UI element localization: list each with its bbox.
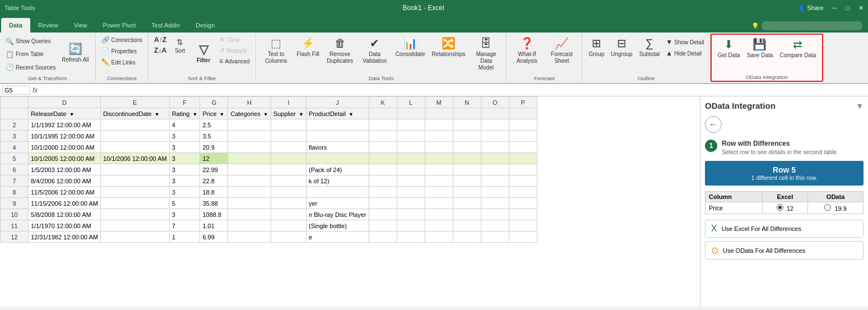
- cell-m-8[interactable]: [425, 198, 453, 209]
- filter-j[interactable]: ProductDetail ▼: [306, 108, 369, 119]
- cell-i-1[interactable]: [271, 119, 306, 131]
- properties-btn[interactable]: 📄 Properties: [99, 46, 145, 56]
- col-header-m[interactable]: M: [425, 97, 453, 108]
- restore-btn[interactable]: □: [846, 4, 850, 11]
- cell-p-2[interactable]: [509, 131, 537, 142]
- cell-i-4[interactable]: [271, 153, 306, 164]
- cell-n-11[interactable]: [453, 232, 481, 243]
- group-btn[interactable]: ⊞ Group: [586, 35, 607, 59]
- consolidate-btn[interactable]: 📊 Consolidate: [393, 35, 428, 59]
- cell-d-6[interactable]: 8/4/2006 12:00:00 AM: [29, 175, 101, 187]
- filter-e[interactable]: DiscontinuedDate ▼: [100, 108, 169, 119]
- cell-f-5[interactable]: 3: [169, 164, 200, 175]
- cell-n-8[interactable]: [453, 198, 481, 209]
- excel-radio[interactable]: [777, 204, 783, 211]
- sort-btn[interactable]: ⇅ Sort: [170, 35, 190, 57]
- cell-f-3[interactable]: 3: [169, 142, 200, 153]
- remove-duplicates-btn[interactable]: 🗑 Remove Duplicates: [323, 35, 357, 66]
- cell-l-3[interactable]: [397, 142, 425, 153]
- cell-i-3[interactable]: [271, 142, 306, 153]
- compare-data-btn[interactable]: ⇄ Compare Data: [777, 36, 819, 61]
- cell-j-9[interactable]: n Blu-ray Disc Player: [306, 209, 369, 220]
- filter-dropdown-e[interactable]: ▼: [155, 112, 160, 117]
- manage-data-model-btn[interactable]: 🗄 Manage Data Model: [469, 35, 503, 73]
- data-validation-btn[interactable]: ✔ Data Validation: [358, 35, 392, 66]
- col-header-n[interactable]: N: [453, 97, 481, 108]
- filter-dropdown-j[interactable]: ▼: [349, 112, 354, 117]
- forecast-sheet-btn[interactable]: 📈 Forecast Sheet: [545, 35, 578, 66]
- cell-h-11[interactable]: [228, 232, 271, 243]
- cell-e-9[interactable]: [100, 209, 169, 220]
- col-header-g[interactable]: G: [200, 97, 228, 108]
- cell-p-10[interactable]: [509, 220, 537, 232]
- cell-k-9[interactable]: [369, 209, 397, 220]
- cell-m-4[interactable]: [425, 153, 453, 164]
- use-excel-btn[interactable]: X Use Excel For All Differences: [705, 220, 864, 238]
- cell-i-8[interactable]: [271, 198, 306, 209]
- cell-j-2[interactable]: [306, 131, 369, 142]
- cell-o-3[interactable]: [481, 142, 509, 153]
- filter-dropdown-d[interactable]: ▼: [69, 112, 75, 117]
- col-header-j[interactable]: J: [306, 97, 369, 108]
- cell-l-6[interactable]: [397, 175, 425, 187]
- cell-e-7[interactable]: [100, 187, 169, 198]
- cell-h-7[interactable]: [228, 187, 271, 198]
- cell-k-11[interactable]: [369, 232, 397, 243]
- sort-za-btn[interactable]: Z↓A: [152, 45, 169, 55]
- cell-m-9[interactable]: [425, 209, 453, 220]
- cell-o-6[interactable]: [481, 175, 509, 187]
- cell-f-8[interactable]: 5: [169, 198, 200, 209]
- cell-n-2[interactable]: [453, 131, 481, 142]
- cell-e-11[interactable]: [100, 232, 169, 243]
- cell-d-8[interactable]: 11/15/2006 12:00:00 AM: [29, 198, 101, 209]
- cell-f-7[interactable]: 3: [169, 187, 200, 198]
- cell-m-5[interactable]: [425, 164, 453, 175]
- cell-h-5[interactable]: [228, 164, 271, 175]
- col-header-i[interactable]: I: [271, 97, 306, 108]
- cell-l-8[interactable]: [397, 198, 425, 209]
- cell-j-5[interactable]: (Pack of 24): [306, 164, 369, 175]
- tell-me-input[interactable]: [762, 21, 862, 30]
- cell-h-9[interactable]: [228, 209, 271, 220]
- cell-n-3[interactable]: [453, 142, 481, 153]
- cell-g-3[interactable]: 20.9: [200, 142, 228, 153]
- cell-i-5[interactable]: [271, 164, 306, 175]
- cell-o-7[interactable]: [481, 187, 509, 198]
- cell-o-10[interactable]: [481, 220, 509, 232]
- cell-e-6[interactable]: [100, 175, 169, 187]
- cell-p-11[interactable]: [509, 232, 537, 243]
- col-header-h[interactable]: H: [228, 97, 271, 108]
- cell-n-4[interactable]: [453, 153, 481, 164]
- share-button[interactable]: 👤 Share: [797, 4, 823, 12]
- tab-view[interactable]: View: [66, 18, 95, 33]
- cell-k-10[interactable]: [369, 220, 397, 232]
- use-odata-btn[interactable]: ⊙ Use OData For All Differences: [705, 241, 864, 260]
- cell-k-3[interactable]: [369, 142, 397, 153]
- cell-k-4[interactable]: [369, 153, 397, 164]
- cell-n-9[interactable]: [453, 209, 481, 220]
- cell-l-1[interactable]: [397, 119, 425, 131]
- cell-k-1[interactable]: [369, 119, 397, 131]
- flash-fill-btn[interactable]: ⚡ Flash Fill: [294, 35, 322, 59]
- cell-m-3[interactable]: [425, 142, 453, 153]
- cell-l-11[interactable]: [397, 232, 425, 243]
- cell-k-7[interactable]: [369, 187, 397, 198]
- back-button[interactable]: ←: [705, 116, 722, 133]
- cell-i-10[interactable]: [271, 220, 306, 232]
- relationships-btn[interactable]: 🔀 Relationships: [429, 35, 468, 59]
- col-header-d[interactable]: D: [29, 97, 101, 108]
- cell-d-5[interactable]: 1/5/2003 12:00:00 AM: [29, 164, 101, 175]
- cell-p-9[interactable]: [509, 209, 537, 220]
- cell-f-4[interactable]: 3: [169, 153, 200, 164]
- cell-j-7[interactable]: [306, 187, 369, 198]
- cell-e-10[interactable]: [100, 220, 169, 232]
- cell-reference[interactable]: [2, 86, 30, 95]
- cell-e-2[interactable]: [100, 131, 169, 142]
- cell-e-3[interactable]: [100, 142, 169, 153]
- cell-j-8[interactable]: yer: [306, 198, 369, 209]
- cell-o-11[interactable]: [481, 232, 509, 243]
- odata-radio[interactable]: [824, 204, 831, 211]
- cell-l-7[interactable]: [397, 187, 425, 198]
- filter-dropdown-f[interactable]: ▼: [193, 112, 198, 117]
- cell-e-4[interactable]: 10/1/2006 12:00:00 AM: [100, 153, 169, 164]
